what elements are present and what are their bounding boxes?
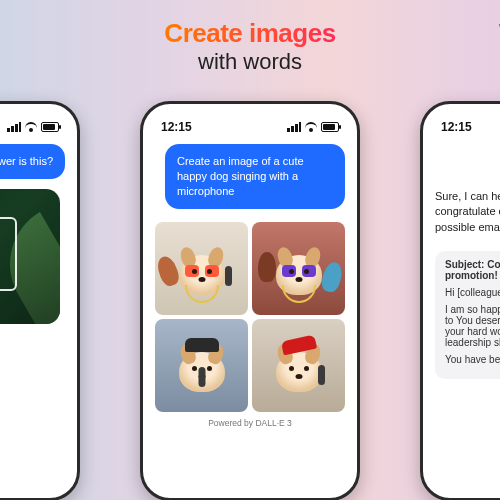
generated-image-3[interactable] (155, 319, 248, 412)
status-time: 12:15 (441, 120, 472, 134)
status-bar: 12:15 (0, 118, 67, 144)
phone-mock: 12:15 Create an image of a cute happy do… (140, 101, 360, 500)
generated-image-4[interactable] (252, 319, 345, 412)
phone-mock: 12:15 lower is this? lled en as ariety (0, 101, 80, 500)
promo-panel-center: Create images with words 12:15 Create an… (130, 0, 370, 500)
powered-by-label: Powered by DALL·E 3 (155, 416, 345, 428)
status-bar: 12:15 (153, 118, 347, 144)
ai-message: Sure, I can help you an email to congrat… (435, 189, 500, 235)
chat-area: lower is this? lled en as ariety (0, 144, 67, 488)
email-subject: Subject: Congratulations on your promoti… (445, 259, 500, 281)
signal-icon (7, 122, 21, 132)
battery-icon (321, 122, 339, 132)
promo-panel-left: AI ng 12:15 lower is this? lled en as (0, 0, 90, 500)
signal-icon (287, 122, 301, 132)
status-bar: 12:15 (433, 118, 500, 144)
status-time: 12:15 (161, 120, 192, 134)
phone-mock: 12:15 my Sure, I can help you an email t… (420, 101, 500, 500)
user-message: Create an image of a cute happy dog sing… (165, 144, 345, 209)
chat-area: Create an image of a cute happy dog sing… (153, 144, 347, 488)
wifi-icon (305, 122, 317, 132)
user-message: lower is this? (0, 144, 65, 179)
email-body: I am so happy to hear your promotion to … (445, 304, 500, 348)
promo-panel-right: Write in 12:15 my Sure, I can help you a… (410, 0, 500, 500)
generated-image-2[interactable] (252, 222, 345, 315)
promo-carousel: AI ng 12:15 lower is this? lled en as (0, 0, 500, 500)
generated-image-1[interactable] (155, 222, 248, 315)
chat-area: my Sure, I can help you an email to cong… (433, 144, 500, 488)
headline-line1: Create images (164, 18, 335, 49)
battery-icon (41, 122, 59, 132)
email-draft: Subject: Congratulations on your promoti… (435, 251, 500, 379)
identified-photo (0, 189, 60, 324)
headline-line2: with words (164, 49, 335, 75)
email-footer: You have been an (445, 354, 500, 365)
email-greeting: Hi [colleague's name], (445, 287, 500, 298)
generated-image-grid: Powered by DALL·E 3 (153, 219, 347, 430)
headline: Create images with words (164, 18, 335, 75)
wifi-icon (25, 122, 37, 132)
